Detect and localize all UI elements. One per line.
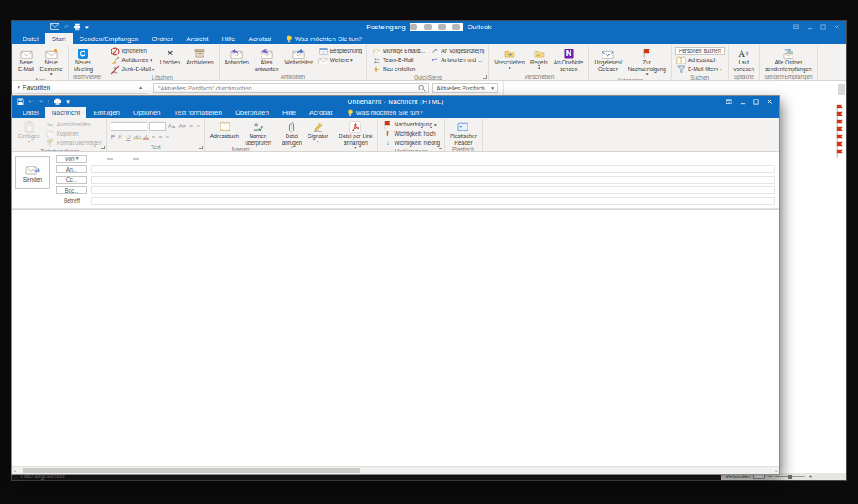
ribbon-ausschneiden[interactable]: ✂Ausschneiden — [44, 121, 103, 129]
tab-einfügen[interactable]: Einfügen — [86, 107, 127, 118]
tell-me-box[interactable]: Was möchten Sie tun? — [339, 107, 431, 118]
up-icon[interactable]: ↑ — [47, 99, 50, 105]
align-right-icon[interactable]: ≡ — [165, 134, 170, 141]
bullet-list-icon[interactable]: ≡ — [189, 123, 194, 130]
ribbon-adressbuch[interactable]: Adressbuch — [209, 120, 240, 146]
ribbon-neue-elemente[interactable]: Neue Elemente▾ — [38, 46, 64, 76]
minimize-button[interactable] — [807, 24, 813, 30]
zoom-slider-thumb[interactable] — [788, 475, 792, 479]
ribbon-junk-e-mail[interactable]: Junk-E-Mail▾ — [110, 65, 156, 74]
zoom-slider[interactable] — [775, 476, 805, 477]
ribbon-zur-nachverfolgung[interactable]: Zur Nachverfolgung▾ — [626, 46, 668, 76]
cc-button[interactable]: Cc... — [56, 176, 87, 184]
ribbon-löschen[interactable]: ×Löschen — [158, 46, 183, 74]
subject-input[interactable] — [91, 197, 775, 205]
tab-hilfe[interactable]: Hilfe — [276, 107, 302, 118]
tab-hilfe[interactable]: Hilfe — [214, 33, 241, 44]
ribbon-archivieren[interactable]: Archivieren — [184, 46, 215, 74]
bold-button[interactable]: F — [111, 134, 116, 141]
ribbon-weiterleiten[interactable]: Weiterleiten — [283, 46, 315, 73]
ribbon-namen-überprüfen[interactable]: Namen überprüfen — [243, 120, 272, 146]
to-button[interactable]: An... — [56, 165, 87, 173]
ribbon-antworten[interactable]: Antworten — [223, 46, 251, 73]
tab-ansicht[interactable]: Ansicht — [179, 33, 214, 44]
ribbon-alle-ordner-senden-empfangen[interactable]: Alle Ordner senden/empfangen — [763, 46, 814, 73]
dialog-launcher-icon[interactable] — [483, 75, 487, 79]
align-left-icon[interactable]: ≡ — [151, 134, 156, 141]
dialog-launcher-icon[interactable] — [101, 146, 105, 149]
to-input[interactable] — [91, 165, 775, 173]
list-scrollbar[interactable] — [838, 84, 845, 95]
tab-acrobat[interactable]: Acrobat — [241, 33, 278, 44]
ribbon-ungelesen-gelesen[interactable]: Ungelesen/ Gelesen — [592, 46, 623, 76]
undo-icon[interactable]: ↶ — [64, 24, 69, 30]
tab-text-formatieren[interactable]: Text formatieren — [168, 107, 229, 118]
favorites-header[interactable]: ▾ Favoriten ▴ — [12, 82, 147, 94]
search-box[interactable] — [153, 83, 429, 93]
ribbon-allen-antworten[interactable]: Allen antworten — [253, 46, 281, 73]
ribbon-plastischer-reader[interactable]: Plastischer Reader — [448, 120, 478, 146]
ribbon-adressbuch[interactable]: Adressbuch — [675, 56, 725, 64]
ribbon-e-mail-filtern[interactable]: E-Mail filtern▾ — [675, 65, 725, 74]
save-icon[interactable] — [17, 98, 24, 105]
tab-datei[interactable]: Datei — [16, 107, 45, 118]
ribbon-neu-erstellen[interactable]: Neu erstellen — [370, 65, 426, 74]
close-button[interactable] — [767, 99, 773, 105]
ribbon-einfügen[interactable]: Einfügen▾ — [17, 120, 42, 147]
ribbon-weitere[interactable]: Weitere▾ — [318, 56, 363, 64]
ribbon-wichtigkeit-hoch[interactable]: !Wichtigkeit: hoch — [381, 130, 441, 138]
ribbon-wichtige-emails[interactable]: wichtige Emails... — [370, 47, 426, 55]
horizontal-scrollbar[interactable]: ◂ ▸ — [12, 466, 779, 474]
customize-caret-icon[interactable]: ▾ — [85, 24, 89, 30]
dialog-launcher-icon[interactable] — [199, 146, 203, 149]
tab-senden-empfangen[interactable]: Senden/Empfangen — [73, 33, 146, 44]
ribbon-laut-vorlesen[interactable]: ALaut vorlesen — [732, 46, 757, 73]
font-color-button[interactable]: A — [143, 134, 149, 141]
close-button[interactable] — [834, 24, 840, 30]
dialog-launcher-icon[interactable] — [439, 146, 442, 149]
ribbon-datei-anfügen[interactable]: Datei anfügen▾ — [281, 120, 304, 150]
font-size-select[interactable] — [149, 122, 166, 131]
ribbon-neues-meeting[interactable]: Neues Meeting — [72, 46, 95, 73]
tab-überprüfen[interactable]: Überprüfen — [229, 107, 276, 118]
scroll-left-icon[interactable]: ◂ — [13, 469, 16, 473]
redo-icon[interactable]: ↷ — [38, 99, 43, 105]
number-list-icon[interactable]: ≡ — [195, 123, 200, 130]
from-button[interactable]: Von ▾ — [56, 155, 87, 163]
tab-optionen[interactable]: Optionen — [127, 107, 167, 118]
ribbon-ignorieren[interactable]: Ignorieren — [110, 47, 156, 55]
shrink-font-button[interactable]: A▾ — [178, 123, 187, 130]
ribbon-aufräumen[interactable]: Aufräumen▾ — [110, 56, 156, 64]
tab-datei[interactable]: Datei — [16, 33, 45, 44]
ribbon-antworten-und[interactable]: ↩Antworten und ... — [428, 56, 485, 64]
tab-start[interactable]: Start — [45, 33, 73, 44]
ribbon-personen-suchen[interactable]: Personen suchen — [675, 47, 725, 55]
ribbon-kopieren[interactable]: Kopieren — [44, 130, 103, 138]
tab-nachricht[interactable]: Nachricht — [45, 107, 87, 118]
tell-me-box[interactable]: Was möchten Sie tun? — [278, 33, 370, 44]
grow-font-button[interactable]: A▴ — [168, 123, 177, 130]
ribbon-regeln[interactable]: Regeln▾ — [529, 46, 550, 73]
highlight-button[interactable]: ab — [133, 134, 142, 141]
maximize-button[interactable] — [820, 24, 826, 30]
cc-input[interactable] — [91, 176, 775, 184]
mail-go-icon[interactable] — [50, 23, 59, 30]
ribbon-neue-e-mail[interactable]: Neue E-Mail — [17, 46, 35, 76]
undo-icon[interactable]: ↶ — [28, 99, 34, 105]
ribbon-options-button[interactable] — [793, 24, 799, 30]
italic-button[interactable]: K — [117, 134, 123, 141]
followup-flag-icon[interactable] — [836, 150, 843, 157]
ribbon-nachverfolgung[interactable]: Nachverfolgung▾ — [381, 121, 441, 129]
ribbon-wichtigkeit-niedrig[interactable]: ↓Wichtigkeit: niedrig — [381, 139, 441, 147]
ribbon-besprechung[interactable]: Besprechung — [318, 47, 363, 55]
tab-acrobat[interactable]: Acrobat — [302, 107, 339, 118]
ribbon-options-button[interactable] — [726, 99, 732, 105]
ribbon-signatur[interactable]: Signatur▾ — [306, 120, 329, 150]
ribbon-team-e-mail[interactable]: Team-E-Mail — [370, 56, 426, 64]
ribbon-an-vorgesetzte-n[interactable]: ↗An Vorgesetzte(n) — [428, 47, 485, 55]
search-icon[interactable] — [418, 85, 426, 92]
zoom-out-button[interactable]: − — [768, 474, 772, 480]
underline-button[interactable]: U — [125, 134, 131, 141]
print-icon[interactable] — [73, 23, 81, 31]
view-settings-button[interactable] — [753, 474, 765, 479]
